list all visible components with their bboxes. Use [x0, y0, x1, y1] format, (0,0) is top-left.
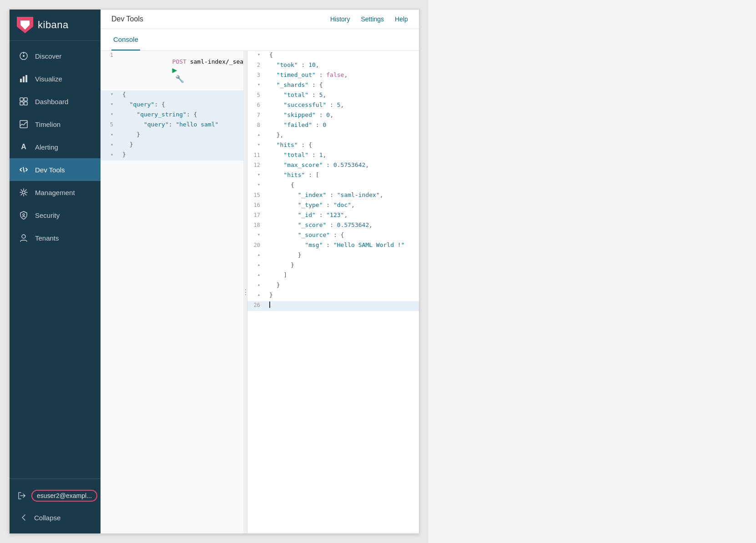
line-num-3: ▾ — [101, 101, 119, 106]
resp-content-23: ] — [266, 272, 419, 278]
resp-line-11: 11 "total" : 1, — [247, 151, 419, 161]
resp-content-7: "skipped" : 0, — [266, 111, 419, 118]
user-email[interactable]: esuser2@exampl... — [31, 490, 97, 502]
wrench-button[interactable]: 🔧 — [175, 75, 184, 83]
resp-num-23: ▴ — [247, 272, 266, 277]
resp-content-3: "timed_out" : false, — [266, 71, 419, 78]
resp-num-26: 26 — [247, 302, 266, 308]
sidebar-item-timelion[interactable]: Timelion — [10, 113, 101, 136]
line-num-1: 1 — [101, 51, 119, 58]
resp-content-2: "took" : 10, — [266, 61, 419, 68]
resp-line-15: 15 "_index" : "saml-index", — [247, 191, 419, 201]
sidebar-item-management[interactable]: Management — [10, 181, 101, 204]
tabs-bar: Console — [101, 29, 419, 51]
sidebar-item-discover-label: Discover — [35, 52, 61, 60]
resp-num-24: ▴ — [247, 282, 266, 287]
svg-rect-4 — [23, 76, 25, 82]
editor-line-3: ▾ "query": { — [101, 101, 243, 111]
settings-link[interactable]: Settings — [361, 15, 384, 23]
resp-content-22: } — [266, 261, 419, 268]
resp-line-10: ▾ "hits" : { — [247, 141, 419, 151]
sidebar-item-discover[interactable]: Discover — [10, 45, 101, 67]
discover-icon — [19, 51, 29, 61]
svg-line-12 — [22, 124, 24, 125]
resp-num-11: 11 — [247, 151, 266, 158]
resp-num-1: ▾ — [247, 51, 266, 57]
resp-num-25: ▴ — [247, 292, 266, 297]
resp-content-15: "_index" : "saml-index", — [266, 191, 419, 198]
resp-num-22: ▴ — [247, 261, 266, 267]
svg-line-13 — [24, 123, 25, 125]
resp-content-12: "max_score" : 0.5753642, — [266, 161, 419, 168]
editor-line-1: 1 POST saml-index/_search ▶ 🔧 — [101, 51, 243, 90]
tenants-icon — [19, 233, 29, 243]
devtools-icon — [19, 165, 29, 175]
pane-divider[interactable]: ⋮ — [243, 51, 247, 533]
user-item[interactable]: esuser2@exampl... — [10, 484, 101, 507]
help-link[interactable]: Help — [395, 15, 408, 23]
editor-line-4: ▾ "query_string": { — [101, 111, 243, 121]
resp-num-8: 8 — [247, 121, 266, 128]
line-num-5: 5 — [101, 121, 119, 128]
resp-content-18: "_score" : 0.5753642, — [266, 221, 419, 228]
sidebar-item-visualize[interactable]: Visualize — [10, 67, 101, 90]
editor-content-4: "query_string": { — [119, 111, 243, 118]
history-link[interactable]: History — [330, 15, 350, 23]
svg-rect-5 — [25, 75, 27, 82]
resp-line-21: ▴ } — [247, 251, 419, 261]
resp-content-4: "_shards" : { — [266, 81, 419, 88]
editor-content-5: "query": "hello saml" — [119, 121, 243, 128]
editor-line-5: 5 "query": "hello saml" — [101, 121, 243, 131]
resp-content-9: }, — [266, 131, 419, 138]
resp-line-23: ▴ ] — [247, 271, 419, 281]
resp-content-10: "hits" : { — [266, 141, 419, 148]
resp-line-12: 12 "max_score" : 0.5753642, — [247, 161, 419, 171]
resp-line-6: 6 "successful" : 5, — [247, 101, 419, 111]
resp-content-1: { — [266, 51, 419, 58]
editor-pane[interactable]: 1 POST saml-index/_search ▶ 🔧 ▾ { ▾ — [101, 51, 243, 533]
line-num-7: ▴ — [101, 141, 119, 146]
resp-line-5: 5 "total" : 5, — [247, 91, 419, 101]
resp-content-16: "_type" : "doc", — [266, 201, 419, 208]
visualize-icon — [19, 74, 29, 84]
resp-num-10: ▾ — [247, 141, 266, 147]
resp-num-19: ▾ — [247, 231, 266, 237]
resp-line-1: ▾ { — [247, 51, 419, 61]
sidebar-item-tenants[interactable]: Tenants — [10, 226, 101, 249]
resp-line-14: ▾ { — [247, 181, 419, 191]
editor-content-3: "query": { — [119, 101, 243, 108]
resp-line-9: ▴ }, — [247, 131, 419, 141]
editor-line-8: ▴ } — [101, 151, 243, 161]
resp-line-26: 26 — [247, 301, 419, 311]
resp-content-24: } — [266, 282, 419, 288]
editor-content-6: } — [119, 131, 243, 138]
sidebar-bottom: esuser2@exampl... Collapse — [10, 478, 101, 533]
resp-line-25: ▴ } — [247, 291, 419, 301]
sidebar-item-dashboard[interactable]: Dashboard — [10, 90, 101, 113]
resp-num-21: ▴ — [247, 251, 266, 257]
resp-num-3: 3 — [247, 71, 266, 78]
resp-line-7: 7 "skipped" : 0, — [247, 111, 419, 121]
top-bar: Dev Tools History Settings Help — [101, 10, 419, 29]
tab-console[interactable]: Console — [111, 29, 140, 50]
sidebar-item-security[interactable]: Security — [10, 204, 101, 226]
resp-line-20: 20 "msg" : "Hello SAML World !" — [247, 241, 419, 251]
editor-content-7: } — [119, 141, 243, 148]
management-icon — [19, 187, 29, 197]
logout-icon — [17, 491, 27, 501]
editor-content-8: } — [119, 151, 243, 158]
sidebar-item-devtools[interactable]: Dev Tools — [10, 158, 101, 181]
alerting-icon: A — [19, 142, 29, 152]
run-button[interactable]: ▶ — [172, 65, 177, 75]
resp-num-7: 7 — [247, 111, 266, 118]
collapse-item[interactable]: Collapse — [10, 507, 101, 528]
resp-content-14: { — [266, 181, 419, 188]
svg-rect-8 — [20, 102, 23, 105]
resp-line-22: ▴ } — [247, 261, 419, 271]
editor-area: 1 POST saml-index/_search ▶ 🔧 ▾ { ▾ — [101, 51, 419, 533]
svg-point-17 — [22, 235, 25, 238]
sidebar-item-alerting[interactable]: A Alerting — [10, 136, 101, 158]
resp-num-14: ▾ — [247, 181, 266, 187]
sidebar-item-dashboard-label: Dashboard — [35, 98, 68, 106]
main-content: Dev Tools History Settings Help Console … — [101, 10, 419, 533]
